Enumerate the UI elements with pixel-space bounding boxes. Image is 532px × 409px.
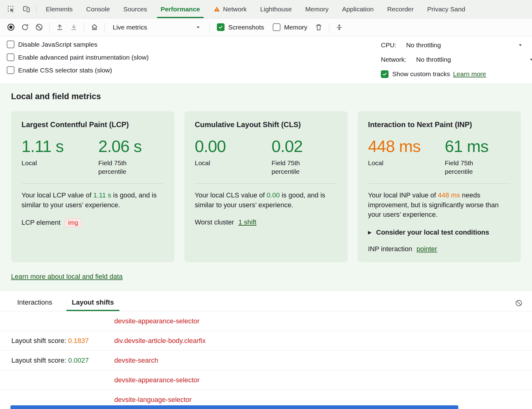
local-label: Local — [22, 159, 68, 167]
inspect-element-icon[interactable] — [3, 0, 18, 18]
save-profile-button[interactable] — [67, 20, 81, 34]
custom-tracks-row: Show custom tracks Learn more — [381, 69, 532, 79]
checkbox-checked-icon — [217, 23, 225, 31]
capture-settings: Disable JavaScript samples Enable advanc… — [0, 36, 532, 84]
device-toolbar-icon[interactable] — [18, 0, 34, 18]
desc-text: Your local INP value of — [368, 191, 438, 199]
local-label: Local — [195, 159, 241, 167]
live-metrics-dropdown[interactable]: Live metrics — [108, 24, 206, 31]
memory-label: Memory — [284, 24, 307, 31]
chevron-down-icon — [528, 56, 532, 63]
record-button[interactable] — [4, 20, 18, 34]
local-test-conditions-label: Consider your local test conditions — [376, 228, 489, 236]
tab-label: Interactions — [17, 298, 52, 306]
inp-footer: INP interaction pointer — [368, 245, 510, 253]
checkbox-checked-icon — [381, 70, 389, 78]
load-profile-button[interactable] — [53, 20, 67, 34]
score-label: Layout shift score: — [11, 337, 68, 345]
tab-elements[interactable]: Elements — [39, 0, 80, 18]
local-field-metrics-section: Local and field metrics Largest Contentf… — [0, 84, 532, 291]
advanced-paint-label: Enable advanced paint instrumentation (s… — [18, 54, 149, 61]
clear-log-icon[interactable] — [515, 299, 523, 311]
tab-label: Lighthouse — [260, 6, 292, 13]
layout-shift-element-link[interactable]: devsite-search — [114, 356, 158, 364]
inp-field-value: 61 ms — [445, 138, 510, 155]
layout-shift-score-cell: Layout shift score: 0.0027 — [11, 356, 114, 364]
lcp-card: Largest Contentful Paint (LCP) 1.11 s Lo… — [11, 111, 174, 262]
css-selector-stats-label: Enable CSS selector stats (slow) — [18, 67, 112, 74]
advanced-paint-checkbox[interactable]: Enable advanced paint instrumentation (s… — [3, 53, 152, 61]
css-selector-stats-checkbox[interactable]: Enable CSS selector stats (slow) — [3, 66, 152, 74]
worst-cluster-link[interactable]: 1 shift — [238, 218, 256, 226]
inp-local-value: 448 ms — [368, 138, 445, 155]
cls-local-value: 0.00 — [195, 138, 272, 155]
local-test-conditions-disclosure[interactable]: ▶ Consider your local test conditions — [368, 228, 510, 236]
record-and-reload-button[interactable] — [18, 20, 32, 34]
lcp-element-label: LCP element — [22, 219, 61, 227]
tab-console[interactable]: Console — [80, 0, 117, 18]
screenshots-checkbox[interactable]: Screenshots — [213, 23, 268, 31]
network-throttling-select[interactable]: Network: No throttling — [381, 55, 532, 64]
tab-label: Layout shifts — [72, 298, 114, 306]
layout-shift-element-link[interactable]: div.devsite-article-body.clearfix — [114, 337, 206, 345]
divider — [84, 23, 84, 32]
inp-interaction-link[interactable]: pointer — [417, 245, 437, 253]
collect-garbage-icon[interactable] — [312, 20, 326, 34]
tab-layout-shifts[interactable]: Layout shifts — [72, 298, 114, 311]
cls-inline-value: 0.00 — [267, 191, 280, 199]
tab-memory[interactable]: Memory — [299, 0, 335, 18]
score-value: 0.0027 — [68, 356, 89, 364]
tab-lighthouse[interactable]: Lighthouse — [253, 0, 299, 18]
learn-more-local-field-link[interactable]: Learn more about local and field data — [11, 273, 123, 281]
tab-label: Application — [342, 6, 374, 13]
show-custom-tracks-label: Show custom tracks — [392, 70, 450, 78]
lcp-local-value: 1.11 s — [22, 138, 98, 155]
show-custom-tracks-checkbox[interactable]: Show custom tracks — [381, 70, 450, 78]
tab-interactions[interactable]: Interactions — [17, 298, 52, 311]
home-icon[interactable] — [87, 20, 101, 34]
field-label: Field 75th percentile — [98, 159, 144, 176]
disable-js-samples-checkbox[interactable]: Disable JavaScript samples — [3, 41, 152, 48]
cls-values: 0.00 Local 0.02 Field 75th percentile — [195, 138, 337, 176]
disable-js-samples-label: Disable JavaScript samples — [18, 41, 97, 48]
tab-application[interactable]: Application — [335, 0, 381, 18]
cpu-throttling-select[interactable]: CPU: No throttling — [381, 41, 532, 50]
layout-shift-element-link[interactable]: devsite-appearance-selector — [114, 376, 200, 384]
inp-inline-value: 448 ms — [438, 191, 460, 199]
lcp-footer: LCP element img — [22, 218, 164, 227]
lcp-element-chip[interactable]: img — [65, 218, 81, 227]
memory-checkbox[interactable]: Memory — [268, 23, 312, 31]
tab-sources[interactable]: Sources — [117, 0, 154, 18]
inp-values: 448 ms Local 61 ms Field 75th percentile — [368, 138, 510, 176]
cpu-label: CPU: — [381, 41, 396, 49]
layout-shift-element-link[interactable]: devsite-appearance-selector — [114, 317, 200, 325]
cls-card-title: Cumulative Layout Shift (CLS) — [195, 120, 337, 129]
tab-privacy-sandbox[interactable]: Privacy Sand — [421, 0, 472, 18]
checkbox-unchecked-icon — [7, 53, 14, 61]
inp-card-title: Interaction to Next Paint (INP) — [368, 120, 510, 129]
cls-description: Your local CLS value of 0.00 is good, an… — [195, 190, 337, 209]
desc-text: Your local LCP value of — [22, 191, 93, 199]
throttling-settings: CPU: No throttling Network: No throttlin… — [381, 41, 532, 79]
metric-cards: Largest Contentful Paint (LCP) 1.11 s Lo… — [11, 111, 521, 262]
layout-shift-element-link[interactable]: devsite-language-selector — [114, 396, 192, 404]
tab-label: Performance — [161, 6, 200, 13]
tab-network[interactable]: Network — [207, 0, 253, 18]
clear-button[interactable] — [32, 20, 46, 34]
checkbox-unchecked-icon — [7, 41, 14, 48]
layout-shift-row: devsite-appearance-selector — [0, 311, 532, 331]
custom-tracks-learn-more-link[interactable]: Learn more — [453, 70, 486, 78]
network-label: Network: — [381, 56, 406, 63]
tab-performance[interactable]: Performance — [154, 0, 207, 18]
cls-card: Cumulative Layout Shift (CLS) 0.00 Local… — [184, 111, 348, 262]
divider — [36, 4, 37, 14]
screenshots-label: Screenshots — [228, 24, 264, 31]
layout-shift-row: Layout shift score: 0.0027 devsite-searc… — [0, 351, 532, 370]
horizontal-scrollbar-thumb[interactable] — [10, 405, 458, 409]
lcp-description: Your local LCP value of 1.11 s is good, … — [22, 190, 164, 209]
shortcuts-adjust-icon[interactable] — [332, 20, 346, 34]
layout-shift-row: devsite-appearance-selector — [0, 370, 532, 390]
tab-recorder[interactable]: Recorder — [380, 0, 420, 18]
layout-shift-row: Layout shift score: 0.1837 div.devsite-a… — [0, 331, 532, 351]
disclosure-triangle-icon: ▶ — [368, 230, 372, 235]
